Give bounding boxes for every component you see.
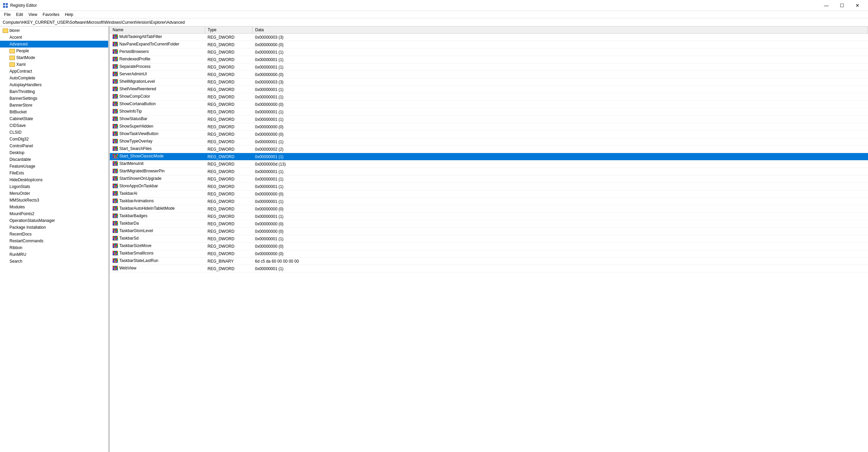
maximize-button[interactable]: ☐	[834, 0, 850, 11]
svg-rect-222	[117, 154, 118, 155]
tree-item-fileexts[interactable]: FileExts	[0, 170, 108, 176]
tree-item-recentdocs[interactable]: RecentDocs	[0, 231, 108, 238]
table-row[interactable]: ShowCompColorREG_DWORD0x00000001 (1)	[110, 93, 868, 101]
svg-rect-196	[117, 139, 118, 140]
table-row[interactable]: StartShownOnUpgradeREG_DWORD0x00000001 (…	[110, 175, 868, 183]
table-row[interactable]: TaskbarAutoHideInTabletModeREG_DWORD0x00…	[110, 205, 868, 213]
menu-help[interactable]: Help	[62, 12, 76, 18]
tree-item-blorer[interactable]: blorer	[0, 27, 108, 34]
tree-item-bannerstore[interactable]: BannerStore	[0, 102, 108, 109]
table-row[interactable]: StoreAppsOnTaskbarREG_DWORD0x00000001 (1…	[110, 183, 868, 190]
tree-item-bannersettings[interactable]: BannerSettings	[0, 95, 108, 102]
table-row[interactable]: TaskbarSdREG_DWORD0x00000001 (1)	[110, 235, 868, 243]
svg-rect-141	[116, 109, 117, 110]
svg-rect-88	[114, 82, 115, 83]
tree-item-bitbucket[interactable]: BitBucket	[0, 109, 108, 115]
svg-rect-262	[117, 178, 118, 179]
key-icon	[3, 96, 8, 101]
table-row[interactable]: Start_SearchFilesREG_DWORD0x00000002 (2)	[110, 146, 868, 153]
tree-item-desktop[interactable]: Desktop	[0, 149, 108, 156]
tree-item-restartcommands[interactable]: RestartCommands	[0, 238, 108, 244]
tree-item-package-installation[interactable]: Package Installation	[0, 224, 108, 231]
table-row[interactable]: ShowInfoTipREG_DWORD0x00000001 (1)	[110, 108, 868, 116]
menu-view[interactable]: View	[26, 12, 40, 18]
tree-item-autocomplete[interactable]: AutoComplete	[0, 75, 108, 81]
column-header-name[interactable]: Name	[110, 26, 205, 34]
table-row[interactable]: Start_ShowClassicModeREG_DWORD0x00000001…	[110, 153, 868, 161]
cell-type: REG_DWORD	[205, 161, 252, 168]
table-row[interactable]: ShowCortanaButtonREG_DWORD0x00000000 (0)	[110, 101, 868, 108]
tree-item-mmstuckrects3[interactable]: MMStuckRects3	[0, 197, 108, 204]
table-row[interactable]: PersistBrowsersREG_DWORD0x00000001 (1)	[110, 49, 868, 56]
svg-rect-49	[114, 60, 115, 61]
tree-item-advanced[interactable]: Advanced	[0, 41, 108, 48]
cell-name: TaskbarSizeMove	[110, 243, 205, 250]
table-row[interactable]: TaskbarBadgesREG_DWORD0x00000001 (1)	[110, 213, 868, 220]
table-row[interactable]: ServerAdminUIREG_DWORD0x00000000 (0)	[110, 71, 868, 78]
tree-item-comdlg32[interactable]: ComDlg32	[0, 136, 108, 143]
table-row[interactable]: TaskbarGlomLevelREG_DWORD0x00000000 (0)	[110, 228, 868, 235]
cell-name: TaskbarStateLastRun	[110, 258, 205, 265]
svg-rect-235	[117, 162, 118, 163]
menu-file[interactable]: File	[1, 12, 13, 18]
folder-icon	[9, 49, 15, 53]
tree-item-featureusage[interactable]: FeatureUsage	[0, 163, 108, 170]
menu-bar: File Edit View Favorites Help	[0, 11, 868, 18]
table-row[interactable]: StartMenuInitREG_DWORD0x0000000d (13)	[110, 161, 868, 168]
tree-item-cidsave[interactable]: CIDSave	[0, 122, 108, 129]
tree-item-discardable[interactable]: Discardable	[0, 156, 108, 163]
tree-item-people[interactable]: People	[0, 48, 108, 54]
tree-item-mountpoints2[interactable]: MountPoints2	[0, 210, 108, 217]
table-row[interactable]: MultiTaskingAltTabFilterREG_DWORD0x00000…	[110, 34, 868, 41]
tree-item-menuorder[interactable]: MenuOrder	[0, 190, 108, 197]
menu-favorites[interactable]: Favorites	[40, 12, 62, 18]
table-row[interactable]: WebViewREG_DWORD0x00000001 (1)	[110, 265, 868, 272]
cell-type: REG_DWORD	[205, 49, 252, 56]
tree-item-accent[interactable]: Accent	[0, 34, 108, 41]
table-row[interactable]: NavPaneExpandToCurrentFolderREG_DWORD0x0…	[110, 41, 868, 49]
table-row[interactable]: TaskbarStateLastRunREG_BINARY6d c5 da 60…	[110, 258, 868, 265]
tree-item-startmode[interactable]: StartMode	[0, 54, 108, 61]
tree-item-xaml[interactable]: Xaml	[0, 61, 108, 68]
tree-item-hidedesktopicons[interactable]: HideDesktopIcons	[0, 176, 108, 183]
table-row[interactable]: TaskbarDaREG_DWORD0x00000000 (0)	[110, 220, 868, 228]
table-row[interactable]: ShowSuperHiddenREG_DWORD0x00000000 (0)	[110, 123, 868, 131]
tree-item-logonstats[interactable]: LogonStats	[0, 183, 108, 190]
tree-item-controlpanel[interactable]: ControlPanel	[0, 143, 108, 149]
table-row[interactable]: TaskbarAnimationsREG_DWORD0x00000001 (1)	[110, 198, 868, 205]
tree-item-ribbon[interactable]: Ribbon	[0, 244, 108, 251]
table-row[interactable]: ReindexedProfileREG_DWORD0x00000001 (1)	[110, 56, 868, 63]
svg-rect-93	[117, 81, 118, 82]
table-row[interactable]: ShellViewReenteredREG_DWORD0x00000001 (1…	[110, 86, 868, 93]
tree-item-cabinetstate[interactable]: CabinetState	[0, 115, 108, 122]
table-row[interactable]: TaskbarSizeMoveREG_DWORD0x00000000 (0)	[110, 243, 868, 250]
column-header-data[interactable]: Data	[252, 26, 868, 34]
close-button[interactable]: ✕	[850, 0, 865, 11]
tree-item-bamthrottling[interactable]: BamThrottling	[0, 88, 108, 95]
tree-item-autoplayhandlers[interactable]: AutoplayHandlers	[0, 81, 108, 88]
tree-item-modules[interactable]: Modules	[0, 204, 108, 210]
svg-rect-14	[117, 35, 118, 36]
column-header-type[interactable]: Type	[205, 26, 252, 34]
tree-item-appcontract[interactable]: AppContract	[0, 68, 108, 75]
svg-rect-7	[113, 37, 114, 38]
table-row[interactable]: ShowTaskViewButtonREG_DWORD0x00000000 (0…	[110, 131, 868, 138]
svg-rect-128	[116, 102, 117, 103]
table-row[interactable]: SeparateProcessREG_DWORD0x00000001 (1)	[110, 63, 868, 71]
menu-edit[interactable]: Edit	[13, 12, 26, 18]
tree-item-clsid[interactable]: CLSID	[0, 129, 108, 136]
tree-item-search[interactable]: Search	[0, 258, 108, 265]
svg-rect-378	[117, 244, 118, 245]
tree-item-label: BannerStore	[9, 103, 32, 108]
table-row[interactable]: ShellMigrationLevelREG_DWORD0x00000003 (…	[110, 78, 868, 86]
tree-item-operationstatusmanager[interactable]: OperationStatusManager	[0, 217, 108, 224]
key-icon	[3, 137, 8, 142]
key-icon	[3, 246, 8, 250]
table-row[interactable]: ShowStatusBarREG_DWORD0x00000001 (1)	[110, 116, 868, 123]
table-row[interactable]: StartMigratedBrowserPinREG_DWORD0x000000…	[110, 168, 868, 175]
tree-item-runmru[interactable]: RunMRU	[0, 251, 108, 258]
table-row[interactable]: TaskbarSmallIconsREG_DWORD0x00000000 (0)	[110, 250, 868, 258]
table-row[interactable]: TaskbarAlREG_DWORD0x00000000 (0)	[110, 190, 868, 198]
table-row[interactable]: ShowTypeOverlayREG_DWORD0x00000001 (1)	[110, 138, 868, 146]
minimize-button[interactable]: —	[818, 0, 834, 11]
